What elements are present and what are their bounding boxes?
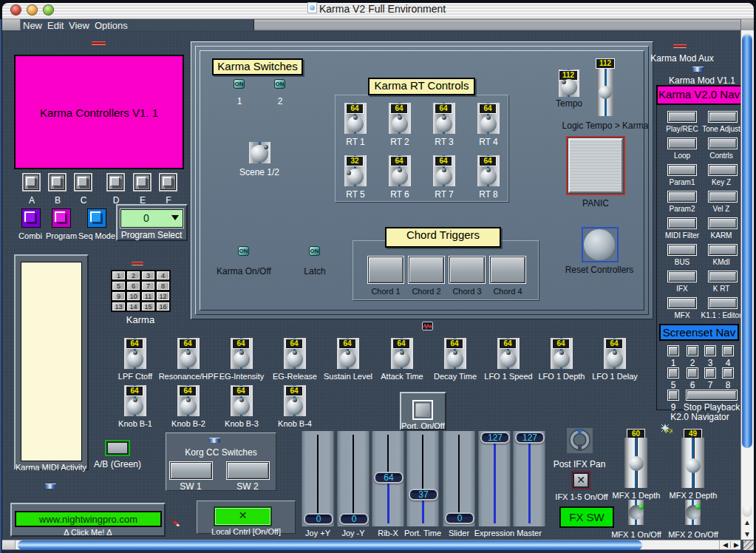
- svg-text:FX: FX: [665, 427, 672, 435]
